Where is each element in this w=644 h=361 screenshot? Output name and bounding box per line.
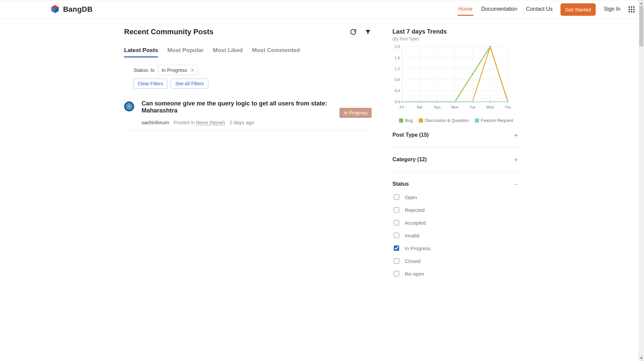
status-label: Re-open — [405, 271, 424, 277]
post-author[interactable]: sachinforum — [142, 120, 169, 125]
refresh-icon — [350, 29, 357, 35]
svg-text:1.6: 1.6 — [395, 56, 400, 60]
scroll-down-icon[interactable]: ▼ — [639, 355, 644, 361]
filter-button[interactable] — [364, 28, 372, 36]
svg-text:Fri: Fri — [400, 105, 404, 109]
status-label: Accepted — [405, 220, 426, 226]
brand-name: BangDB — [63, 5, 93, 14]
tab-popular[interactable]: Most Popular — [167, 44, 204, 57]
post-main: Can someone give me the query logic to g… — [142, 100, 335, 125]
status-item[interactable]: Accepted — [392, 219, 520, 226]
see-all-filters-button[interactable]: See All Filters — [171, 79, 208, 89]
post-category-link[interactable]: None (None) — [196, 120, 225, 125]
heading-row: Recent Community Posts — [124, 28, 372, 36]
facet-header[interactable]: Post Type (15) ＋ — [392, 131, 520, 139]
filters: Status: Is In Progress ✕ Clear Filters S… — [133, 65, 372, 89]
facet-title: Status — [392, 181, 409, 187]
svg-text:0.4: 0.4 — [395, 89, 400, 93]
facet-header[interactable]: Category (12) ＋ — [392, 155, 520, 164]
post-title[interactable]: Can someone give me the query logic to g… — [142, 100, 335, 114]
collapse-icon[interactable]: － — [512, 180, 520, 188]
scroll-thumb[interactable] — [639, 6, 643, 46]
legend-feature-label: Feature Request — [481, 118, 514, 123]
posted-in-label: Posted in — [174, 120, 195, 125]
apps-grid-icon[interactable] — [629, 6, 635, 12]
post-posted-in: Posted in None (None) — [174, 120, 225, 125]
status-item[interactable]: Re-open — [392, 270, 520, 277]
swatch-feature-icon — [475, 119, 479, 123]
svg-text:Tue: Tue — [469, 105, 476, 109]
post-meta: sachinforum Posted in None (None) 2 days… — [142, 120, 335, 125]
facet-category: Category (12) ＋ — [392, 147, 520, 172]
refresh-button[interactable] — [350, 28, 357, 36]
trends-chart: 0.00.40.81.21.62.0FriSatSunMonTueWedThu — [390, 44, 511, 115]
scroll-track[interactable] — [639, 6, 643, 355]
legend-discussion: Discussion & Question — [419, 118, 469, 123]
svg-point-48 — [489, 46, 491, 48]
nav-home[interactable]: Home — [458, 3, 473, 16]
status-item[interactable]: Invalid — [392, 232, 520, 239]
svg-text:0.8: 0.8 — [395, 78, 400, 82]
left-column: Recent Community Posts Latest Posts Most… — [124, 26, 372, 285]
svg-text:Sat: Sat — [417, 105, 422, 109]
chip-remove-icon[interactable]: ✕ — [191, 67, 195, 73]
status-label: Open — [405, 194, 417, 200]
legend-discussion-label: Discussion & Question — [425, 118, 469, 123]
scroll-up-icon[interactable]: ▲ — [639, 0, 644, 6]
legend-bug: Bug — [399, 118, 413, 123]
status-checkbox[interactable] — [394, 207, 399, 213]
tabs: Latest Posts Most Popular Most Liked Mos… — [124, 44, 372, 57]
expand-icon[interactable]: ＋ — [512, 131, 520, 139]
page-title: Recent Community Posts — [124, 28, 214, 36]
svg-text:Thu: Thu — [505, 105, 511, 109]
status-item[interactable]: Open — [392, 193, 520, 201]
svg-text:Wed: Wed — [486, 105, 494, 109]
get-started-button[interactable]: Get Started — [560, 3, 596, 16]
svg-text:2.0: 2.0 — [395, 45, 400, 49]
facet-post-type: Post Type (15) ＋ — [392, 123, 520, 147]
tab-latest[interactable]: Latest Posts — [124, 44, 158, 57]
status-checkbox[interactable] — [394, 220, 399, 225]
status-checkbox[interactable] — [394, 271, 399, 276]
facet-header[interactable]: Status － — [392, 180, 520, 188]
filter-chip-value: In Progress — [162, 67, 187, 73]
status-list: OpenRejectedAcceptedInvalidIn ProgressCl… — [392, 193, 520, 277]
tab-liked[interactable]: Most Liked — [213, 44, 243, 57]
facet-title: Post Type (15) — [392, 132, 429, 138]
tab-commented[interactable]: Most Commented — [252, 44, 300, 57]
svg-text:Sun: Sun — [434, 105, 441, 109]
facet-status: Status － OpenRejectedAcceptedInvalidIn P… — [392, 172, 520, 285]
status-label: Closed — [405, 258, 421, 264]
nav-contact[interactable]: Contact Us — [525, 3, 553, 16]
sign-in-link[interactable]: Sign In — [603, 3, 621, 16]
status-checkbox[interactable] — [394, 258, 399, 264]
status-label: Rejected — [405, 207, 425, 213]
clear-filters-button[interactable]: Clear Filters — [133, 79, 167, 89]
scrollbar[interactable]: ▲ ▼ — [639, 0, 644, 361]
status-item[interactable]: Closed — [392, 257, 520, 265]
nav-documentation[interactable]: Documentation — [481, 3, 518, 16]
svg-point-5 — [128, 103, 129, 104]
status-checkbox[interactable] — [394, 245, 399, 251]
swatch-discussion-icon — [419, 119, 423, 123]
facet-title: Category (12) — [392, 156, 427, 163]
post-item[interactable]: Can someone give me the query logic to g… — [124, 98, 372, 130]
status-item[interactable]: Rejected — [392, 206, 520, 214]
status-checkbox[interactable] — [394, 194, 399, 200]
right-column: Last 7 days Trends (By Post Type) 0.00.4… — [392, 26, 520, 285]
legend-bug-label: Bug — [405, 118, 413, 123]
svg-text:Mon: Mon — [451, 105, 458, 109]
content: Recent Community Posts Latest Posts Most… — [124, 19, 520, 299]
svg-point-8 — [130, 108, 130, 109]
svg-text:0.0: 0.0 — [395, 100, 400, 104]
svg-point-40 — [471, 73, 473, 75]
expand-icon[interactable]: ＋ — [512, 155, 520, 164]
filter-chip[interactable]: In Progress ✕ — [158, 65, 199, 75]
svg-point-6 — [130, 104, 131, 104]
status-checkbox[interactable] — [394, 233, 399, 238]
filter-actions: Clear Filters See All Filters — [133, 79, 372, 89]
brand[interactable]: BangDB — [50, 5, 93, 14]
swatch-bug-icon — [399, 119, 403, 123]
status-item[interactable]: In Progress — [392, 244, 520, 252]
legend-feature: Feature Request — [475, 118, 514, 123]
